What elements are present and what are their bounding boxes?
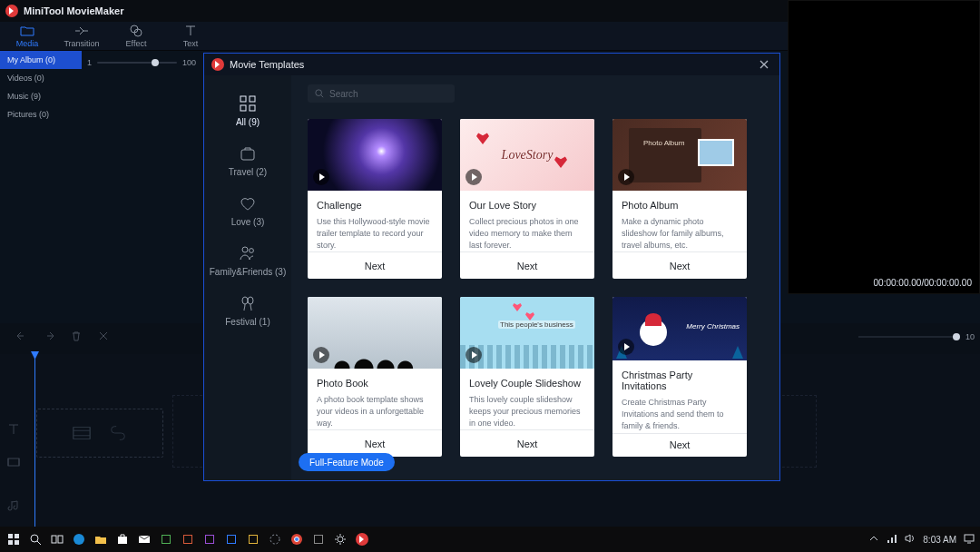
taskbar-app-mail[interactable] (136, 531, 152, 547)
template-next-button[interactable]: Next (612, 251, 747, 279)
taskbar-app-generic-6[interactable] (267, 531, 283, 547)
tray-time[interactable]: 8:03 AM (923, 535, 956, 545)
windows-taskbar: 8:03 AM (0, 527, 980, 552)
template-next-button[interactable]: Next (308, 251, 442, 279)
svg-rect-29 (118, 537, 127, 544)
toolbar-text[interactable]: Text (163, 22, 218, 50)
toolbar-transition[interactable]: Transition (54, 22, 109, 50)
taskbar-app-generic-5[interactable] (245, 531, 261, 547)
category-travel[interactable]: Travel (2) (229, 143, 267, 177)
svg-point-34 (338, 537, 343, 542)
sidebar-item-videos[interactable]: Videos (0) (0, 69, 82, 87)
timeline-zoom-knob[interactable] (953, 333, 960, 340)
template-title: Lovely Couple Slideshow (469, 378, 585, 389)
taskbar-app-generic-3[interactable] (201, 531, 218, 547)
delete-button[interactable] (71, 329, 82, 345)
template-card-challenge[interactable]: Challenge Use this Hollywood-style movie… (308, 119, 442, 279)
template-thumb: This people's business (460, 297, 594, 369)
task-view-icon[interactable] (49, 531, 65, 547)
redo-button[interactable] (44, 329, 54, 345)
template-card-our-love-story[interactable]: LoveStory Our Love Story Collect preciou… (460, 119, 594, 279)
sidebar-item-music[interactable]: Music (9) (0, 87, 82, 105)
tray-chevron-up-icon[interactable] (868, 533, 879, 546)
category-family[interactable]: Family&Friends (3) (210, 243, 286, 277)
svg-rect-8 (74, 428, 90, 439)
slider-knob[interactable] (152, 59, 159, 66)
timecode: 00:00:00.00/00:00:00.00 (874, 278, 972, 288)
modal-header: Movie Templates (204, 54, 779, 75)
system-tray[interactable]: 8:03 AM (868, 533, 975, 546)
thumbnail-size-slider[interactable]: 1 100 (87, 54, 196, 71)
template-desc: Use this Hollywood-style movie trailer t… (317, 216, 433, 251)
full-feature-mode-button[interactable]: Full-Feature Mode (299, 453, 395, 471)
sidebar-item-pictures[interactable]: Pictures (0) (0, 105, 82, 123)
taskbar-app-generic-2[interactable] (180, 531, 196, 547)
text-icon (184, 25, 197, 37)
svg-rect-10 (250, 96, 255, 102)
taskbar-app-generic-7[interactable] (310, 531, 327, 547)
template-card-photo-book[interactable]: Photo Book A photo book template shows y… (308, 297, 442, 457)
template-thumb: LoveStory (460, 119, 594, 191)
thumb-text: LoveStory (502, 148, 554, 163)
template-card-xmas[interactable]: Merry Christmas Christmas Party Invitati… (612, 297, 747, 457)
modal-logo-icon (211, 58, 224, 71)
modal-title: Movie Templates (230, 59, 304, 70)
template-search-input[interactable]: Search (308, 84, 455, 103)
svg-point-15 (250, 249, 254, 253)
category-all[interactable]: All (9) (236, 94, 260, 127)
taskbar-app-edge[interactable] (71, 531, 87, 547)
search-icon (315, 89, 324, 98)
play-icon[interactable] (618, 169, 634, 185)
taskbar-app-generic-1[interactable] (158, 531, 174, 547)
play-icon[interactable] (466, 169, 482, 185)
audio-track-icon (5, 494, 22, 518)
template-desc: A photo book template shows your videos … (317, 394, 433, 429)
svg-rect-20 (8, 534, 13, 538)
tray-network-icon[interactable] (887, 533, 897, 546)
template-title: Christmas Party Invitations (622, 370, 738, 391)
playhead[interactable] (34, 354, 35, 527)
category-family-label: Family&Friends (3) (210, 267, 286, 277)
toolbar-effect[interactable]: Effect (109, 22, 163, 50)
filmstrip-icon (72, 423, 92, 443)
template-title: Photo Album (622, 200, 738, 211)
sidebar-item-myalbum[interactable]: My Album (0) (0, 51, 82, 69)
timeline-zoom-value: 10 (965, 332, 975, 341)
modal-close-button[interactable] (756, 56, 772, 73)
play-icon[interactable] (313, 169, 329, 185)
split-button[interactable] (98, 329, 109, 345)
tray-volume-icon[interactable] (905, 533, 916, 546)
play-icon[interactable] (618, 339, 634, 355)
taskbar-app-store[interactable] (114, 531, 131, 547)
taskbar-app-generic-4[interactable] (223, 531, 240, 547)
taskbar-search-icon[interactable] (27, 531, 44, 547)
taskbar-app-chrome[interactable] (289, 531, 305, 547)
taskbar-app-settings[interactable] (332, 531, 348, 547)
category-festival[interactable]: Festival (1) (225, 293, 270, 327)
app-logo-icon (5, 5, 18, 17)
tray-notifications-icon[interactable] (964, 533, 975, 546)
template-card-lovely-couple[interactable]: This people's business Lovely Couple Sli… (460, 297, 594, 457)
template-desc: Make a dynamic photo slideshow for famil… (622, 216, 738, 251)
slider-track[interactable] (97, 62, 177, 64)
template-desc: Create Christmas Party Invitations and s… (622, 397, 738, 432)
svg-point-17 (248, 297, 253, 304)
undo-button[interactable] (16, 329, 27, 345)
timeline-zoom-slider[interactable] (858, 336, 958, 338)
text-track-icon (5, 418, 22, 441)
svg-rect-27 (58, 536, 63, 543)
template-next-button[interactable]: Next (460, 251, 594, 279)
svg-point-24 (31, 535, 38, 542)
video-track-dropzone[interactable] (36, 409, 163, 458)
toolbar-media[interactable]: Media (0, 22, 54, 50)
category-love[interactable]: Love (3) (231, 193, 265, 227)
start-button[interactable] (5, 531, 22, 547)
template-next-button[interactable]: Next (460, 429, 594, 457)
thumb-text: This people's business (498, 320, 575, 329)
template-thumb (308, 119, 442, 191)
taskbar-app-explorer[interactable] (93, 531, 109, 547)
taskbar-app-minitool[interactable] (354, 531, 370, 547)
template-card-photo-album[interactable]: Photo Album Photo Album Make a dynamic p… (612, 119, 747, 279)
svg-rect-23 (15, 540, 19, 545)
template-next-button[interactable]: Next (612, 433, 747, 458)
